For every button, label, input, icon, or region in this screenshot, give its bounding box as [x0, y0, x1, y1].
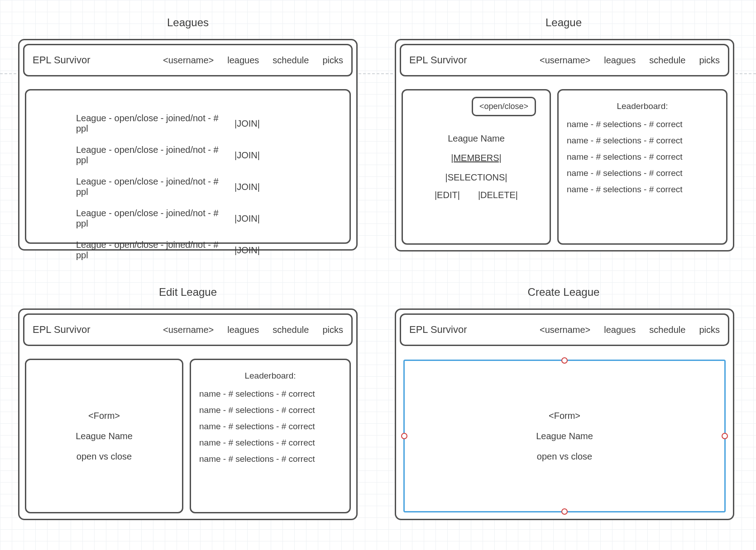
- brand-label: EPL Survivor: [33, 324, 91, 336]
- leaderboard-panel-league: Leaderboard: name - # selections - # cor…: [557, 89, 727, 245]
- leaderboard-row: name - # selections - # correct: [199, 438, 341, 448]
- leaderboard-title: Leaderboard:: [199, 371, 341, 381]
- join-button[interactable]: |JOIN|: [234, 150, 260, 161]
- nav-schedule[interactable]: schedule: [649, 325, 685, 335]
- edit-form-panel: <Form> League Name open vs close: [25, 359, 183, 513]
- league-row: League - open/close - joined/not - # ppl…: [76, 113, 327, 134]
- join-button[interactable]: |JOIN|: [234, 119, 260, 129]
- league-row-label: League - open/close - joined/not - # ppl: [76, 208, 225, 229]
- league-row: League - open/close - joined/not - # ppl…: [76, 240, 327, 261]
- header-leagues: EPL Survivor <username> leagues schedule…: [23, 44, 353, 76]
- nav-schedule[interactable]: schedule: [273, 325, 309, 335]
- league-row: League - open/close - joined/not - # ppl…: [76, 208, 327, 229]
- leaderboard-row: name - # selections - # correct: [567, 185, 718, 194]
- frame-create: EPL Survivor <username> leagues schedule…: [395, 308, 734, 520]
- leaderboard-row: name - # selections - # correct: [567, 119, 718, 129]
- leaderboard-row: name - # selections - # correct: [199, 454, 341, 464]
- open-close-chip[interactable]: <open/close>: [472, 97, 536, 116]
- brand-label: EPL Survivor: [409, 54, 467, 66]
- delete-button[interactable]: |DELETE|: [478, 190, 518, 200]
- nav-picks[interactable]: picks: [322, 55, 343, 66]
- leaderboard-row: name - # selections - # correct: [199, 422, 341, 431]
- league-row: League - open/close - joined/not - # ppl…: [76, 176, 327, 197]
- league-row: League - open/close - joined/not - # ppl…: [76, 145, 327, 166]
- leaderboard-list: name - # selections - # correctname - # …: [199, 389, 341, 464]
- nav-username[interactable]: <username>: [163, 55, 214, 66]
- form-league-name[interactable]: League Name: [536, 431, 593, 441]
- nav-schedule[interactable]: schedule: [273, 55, 309, 66]
- form-open-close[interactable]: open vs close: [77, 451, 132, 462]
- frame-league: EPL Survivor <username> leagues schedule…: [395, 39, 734, 251]
- form-league-name[interactable]: League Name: [76, 431, 133, 441]
- league-row-label: League - open/close - joined/not - # ppl: [76, 113, 225, 134]
- nav-picks[interactable]: picks: [699, 55, 720, 66]
- nav-username[interactable]: <username>: [163, 325, 214, 335]
- frame-leagues: EPL Survivor <username> leagues schedule…: [18, 39, 358, 251]
- frame-edit: EPL Survivor <username> leagues schedule…: [18, 308, 358, 520]
- leaderboard-row: name - # selections - # correct: [567, 152, 718, 162]
- nav-leagues[interactable]: leagues: [604, 55, 636, 66]
- panel-title-create: Create League: [528, 286, 600, 299]
- leaderboard-title: Leaderboard:: [567, 101, 718, 111]
- edit-button[interactable]: |EDIT|: [435, 190, 460, 200]
- nav-leagues[interactable]: leagues: [227, 325, 259, 335]
- leaderboard-panel-edit: Leaderboard: name - # selections - # cor…: [190, 359, 351, 513]
- nav-username[interactable]: <username>: [540, 325, 590, 335]
- canvas: Leagues EPL Survivor <username> leagues …: [0, 0, 756, 550]
- leaderboard-row: name - # selections - # correct: [567, 136, 718, 146]
- nav-username[interactable]: <username>: [540, 55, 590, 66]
- resize-handle-top[interactable]: [561, 357, 568, 364]
- join-button[interactable]: |JOIN|: [234, 213, 260, 224]
- nav-picks[interactable]: picks: [699, 325, 720, 335]
- selections-link[interactable]: |SELECTIONS|: [445, 172, 507, 183]
- form-heading: <Form>: [88, 411, 120, 421]
- leaderboard-row: name - # selections - # correct: [199, 405, 341, 415]
- resize-handle-left[interactable]: [401, 433, 407, 439]
- league-row-label: League - open/close - joined/not - # ppl: [76, 176, 225, 197]
- header-create: EPL Survivor <username> leagues schedule…: [400, 313, 729, 346]
- league-row-label: League - open/close - joined/not - # ppl: [76, 145, 225, 166]
- league-name-label: League Name: [448, 133, 505, 144]
- resize-handle-bottom[interactable]: [561, 508, 568, 515]
- league-detail-panel: <open/close> League Name |MEMBERS| |SELE…: [402, 89, 551, 245]
- leaderboard-list: name - # selections - # correctname - # …: [567, 119, 718, 194]
- resize-handle-right[interactable]: [722, 433, 728, 439]
- league-row-label: League - open/close - joined/not - # ppl: [76, 240, 225, 261]
- form-heading: <Form>: [549, 411, 580, 421]
- header-edit: EPL Survivor <username> leagues schedule…: [23, 313, 353, 346]
- nav-picks[interactable]: picks: [322, 325, 343, 335]
- leaderboard-row: name - # selections - # correct: [567, 168, 718, 178]
- nav-leagues[interactable]: leagues: [604, 325, 636, 335]
- leagues-list: League - open/close - joined/not - # ppl…: [26, 90, 349, 285]
- join-button[interactable]: |JOIN|: [234, 182, 260, 192]
- form-open-close[interactable]: open vs close: [537, 451, 592, 462]
- leaderboard-row: name - # selections - # correct: [199, 389, 341, 399]
- join-button[interactable]: |JOIN|: [234, 245, 260, 256]
- panel-title-edit: Edit League: [159, 286, 217, 299]
- leagues-list-panel: League - open/close - joined/not - # ppl…: [25, 89, 351, 244]
- members-link[interactable]: |MEMBERS|: [451, 153, 502, 163]
- create-form-panel-selected[interactable]: <Form> League Name open vs close: [403, 360, 726, 512]
- nav-leagues[interactable]: leagues: [227, 55, 259, 66]
- panel-title-league: League: [545, 16, 582, 29]
- brand-label: EPL Survivor: [409, 324, 467, 336]
- brand-label: EPL Survivor: [33, 54, 91, 66]
- header-league: EPL Survivor <username> leagues schedule…: [400, 44, 729, 76]
- nav-schedule[interactable]: schedule: [649, 55, 685, 66]
- panel-title-leagues: Leagues: [167, 16, 209, 29]
